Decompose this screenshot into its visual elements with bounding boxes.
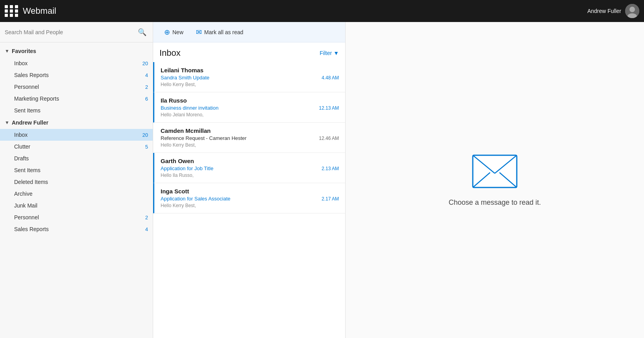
sidebar-item-label: Sales Reports — [14, 72, 145, 78]
sidebar-item-label: Archive — [14, 191, 148, 197]
app-title: Webmail — [23, 6, 587, 16]
content-area: ⊕ New ✉ Mark all as read Inbox Filter ▼ … — [153, 22, 644, 338]
sidebar-item-account-2[interactable]: Drafts — [0, 152, 153, 164]
email-sender: Garth Owen — [161, 158, 339, 164]
inbox-title: Inbox — [159, 48, 181, 58]
sidebar-item-account-4[interactable]: Deleted Items — [0, 176, 153, 188]
reading-pane-empty: Choose a message to read it. — [448, 154, 541, 207]
filter-label: Filter — [320, 50, 332, 56]
sidebar-item-label: Deleted Items — [14, 179, 148, 185]
email-time: 4.48 AM — [322, 75, 339, 81]
account-chevron-icon: ▼ — [5, 120, 9, 125]
email-subject-row: Business dinner invitation 12.13 AM — [161, 105, 339, 111]
app-grid-icon[interactable] — [5, 4, 19, 18]
sidebar-item-badge: 2 — [145, 215, 148, 220]
sidebar-item-badge: 20 — [143, 132, 148, 138]
sidebar-item-favorites-0[interactable]: Inbox 20 — [0, 57, 153, 69]
filter-chevron-icon: ▼ — [333, 50, 339, 56]
email-item[interactable]: Camden Mcmillan Reference Request - Came… — [153, 123, 345, 153]
envelope-icon — [471, 154, 518, 191]
email-subject-row: Sandra Smith Update 4.48 AM — [161, 75, 339, 81]
user-info: Andrew Fuller — [587, 4, 639, 18]
sidebar-item-account-7[interactable]: Personnel 2 — [0, 211, 153, 223]
sidebar-item-favorites-1[interactable]: Sales Reports 4 — [0, 69, 153, 81]
email-time: 2.17 AM — [322, 196, 339, 202]
email-subject-row: Application for Sales Associate 2.17 AM — [161, 196, 339, 202]
sidebar-item-account-6[interactable]: Junk Mail — [0, 200, 153, 211]
email-preview: Hello Kerry Best, — [161, 82, 339, 87]
reading-pane-message: Choose a message to read it. — [448, 198, 541, 207]
sidebar-item-account-5[interactable]: Archive — [0, 188, 153, 200]
mark-all-read-button[interactable]: ✉ Mark all as read — [191, 26, 248, 39]
email-item[interactable]: Leilani Thomas Sandra Smith Update 4.48 … — [153, 62, 345, 92]
mark-all-label: Mark all as read — [204, 29, 243, 35]
search-button[interactable]: 🔍 — [136, 26, 148, 38]
sidebar-item-badge: 6 — [145, 96, 148, 102]
main-layout: 🔍 ▼ Favorites Inbox 20 Sales Reports 4 P… — [0, 22, 644, 338]
reading-pane: Choose a message to read it. — [346, 22, 644, 338]
email-subject: Business dinner invitation — [161, 105, 316, 111]
email-subject: Reference Request - Cameran Hester — [161, 135, 316, 141]
sidebar-item-label: Junk Mail — [14, 202, 148, 209]
favorites-section-header[interactable]: ▼ Favorites — [0, 45, 153, 57]
sidebar-item-label: Personnel — [14, 84, 145, 90]
search-input[interactable] — [5, 29, 136, 35]
email-time: 12.46 AM — [319, 136, 339, 141]
sidebar-item-label: Inbox — [14, 132, 143, 138]
sidebar-item-favorites-3[interactable]: Marketing Reports 6 — [0, 93, 153, 105]
sidebar-item-label: Inbox — [14, 60, 143, 66]
nav-tree: ▼ Favorites Inbox 20 Sales Reports 4 Per… — [0, 42, 153, 338]
email-subject: Application for Job Title — [161, 165, 318, 171]
sidebar-item-badge: 20 — [143, 61, 148, 66]
sidebar-item-favorites-4[interactable]: Sent Items — [0, 105, 153, 116]
sidebar-item-account-8[interactable]: Sales Reports 4 — [0, 223, 153, 235]
new-label: New — [172, 29, 183, 35]
top-nav: Webmail Andrew Fuller — [0, 0, 644, 22]
email-preview: Hello Ila Russo, — [161, 173, 339, 178]
email-item[interactable]: Inga Scott Application for Sales Associa… — [153, 183, 345, 213]
favorites-label: Favorites — [12, 48, 36, 54]
email-list-scroll[interactable]: Leilani Thomas Sandra Smith Update 4.48 … — [153, 62, 345, 338]
username: Andrew Fuller — [587, 8, 621, 14]
email-preview: Hello Jelani Moreno, — [161, 112, 339, 118]
svg-point-1 — [629, 7, 635, 12]
email-preview: Hello Kerry Best, — [161, 203, 339, 208]
sidebar-item-account-3[interactable]: Sent Items — [0, 164, 153, 176]
sidebar-item-label: Sales Reports — [14, 226, 145, 232]
account-section-header[interactable]: ▼ Andrew Fuller — [0, 116, 153, 129]
sidebar-item-label: Sent Items — [14, 167, 148, 173]
mark-all-icon: ✉ — [196, 28, 202, 37]
sidebar-item-favorites-2[interactable]: Personnel 2 — [0, 81, 153, 93]
sidebar-item-badge: 2 — [145, 84, 148, 90]
account-items: Inbox 20 Clutter 5 Drafts Sent Items Del… — [0, 129, 153, 235]
sidebar-item-label: Marketing Reports — [14, 96, 145, 102]
email-subject: Sandra Smith Update — [161, 75, 318, 81]
email-list-header: Inbox Filter ▼ — [153, 42, 345, 62]
email-sender: Leilani Thomas — [161, 67, 339, 73]
email-subject-row: Application for Job Title 2.13 AM — [161, 165, 339, 171]
sidebar-item-account-1[interactable]: Clutter 5 — [0, 141, 153, 152]
filter-button[interactable]: Filter ▼ — [320, 50, 339, 56]
sidebar-item-account-0[interactable]: Inbox 20 — [0, 129, 153, 141]
sidebar-item-label: Drafts — [14, 155, 148, 162]
sidebar-item-badge: 4 — [145, 226, 148, 232]
search-bar: 🔍 — [0, 22, 153, 42]
email-subject-row: Reference Request - Cameran Hester 12.46… — [161, 135, 339, 141]
email-sender: Ila Russo — [161, 97, 339, 104]
avatar[interactable] — [625, 4, 639, 18]
toolbar: ⊕ New ✉ Mark all as read — [153, 22, 345, 42]
email-time: 12.13 AM — [319, 105, 339, 111]
sidebar-item-label: Clutter — [14, 143, 145, 150]
new-button[interactable]: ⊕ New — [159, 26, 188, 39]
email-item[interactable]: Garth Owen Application for Job Title 2.1… — [153, 153, 345, 183]
email-list-panel: ⊕ New ✉ Mark all as read Inbox Filter ▼ … — [153, 22, 346, 338]
sidebar-item-badge: 4 — [145, 72, 148, 78]
sidebar-item-label: Sent Items — [14, 107, 148, 114]
email-sender: Camden Mcmillan — [161, 127, 339, 134]
email-sender: Inga Scott — [161, 188, 339, 195]
new-icon: ⊕ — [164, 28, 170, 37]
account-label: Andrew Fuller — [12, 119, 48, 126]
email-item[interactable]: Ila Russo Business dinner invitation 12.… — [153, 92, 345, 123]
email-preview: Hello Kerry Best, — [161, 142, 339, 148]
sidebar-item-badge: 5 — [145, 144, 148, 150]
